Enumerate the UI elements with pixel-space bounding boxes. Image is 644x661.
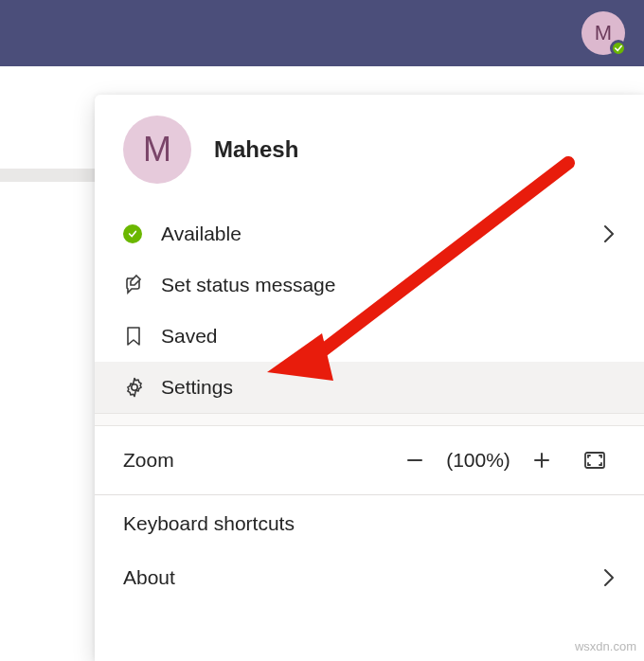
watermark: wsxdn.com — [575, 639, 636, 653]
menu-item-keyboard-shortcuts[interactable]: Keyboard shortcuts — [95, 495, 644, 552]
chevron-right-icon — [602, 223, 616, 245]
settings-label: Settings — [161, 376, 233, 399]
gear-icon — [123, 376, 161, 399]
about-label: About — [123, 566, 175, 589]
avatar-large: M — [123, 116, 191, 184]
fullscreen-icon[interactable] — [574, 439, 616, 481]
set-status-label: Set status message — [161, 274, 335, 296]
profile-avatar-button[interactable]: M — [581, 11, 625, 55]
zoom-out-button[interactable] — [394, 439, 436, 481]
profile-header: M Mahesh — [95, 95, 644, 208]
bookmark-icon — [123, 325, 161, 348]
zoom-row: Zoom (100%) — [95, 426, 644, 494]
status-label: Available — [161, 223, 242, 245]
app-root: M M Mahesh Available — [0, 0, 644, 661]
menu-item-settings[interactable]: Settings — [95, 362, 644, 413]
pencil-note-icon — [123, 274, 161, 296]
avatar-initial: M — [595, 21, 612, 45]
profile-menu: M Mahesh Available Set status mes — [95, 95, 644, 661]
avatar-large-initial: M — [143, 130, 171, 170]
zoom-in-button[interactable] — [521, 439, 563, 481]
zoom-value: (100%) — [436, 449, 521, 472]
presence-badge-icon — [610, 40, 627, 57]
title-bar: M — [0, 0, 644, 66]
background-strip — [0, 169, 95, 182]
shortcuts-label: Keyboard shortcuts — [123, 512, 295, 535]
zoom-label: Zoom — [123, 449, 394, 472]
saved-label: Saved — [161, 325, 218, 348]
available-status-icon — [123, 224, 142, 243]
chevron-right-icon — [602, 566, 616, 589]
profile-name: Mahesh — [214, 136, 298, 163]
menu-item-status[interactable]: Available — [95, 208, 644, 259]
menu-item-saved[interactable]: Saved — [95, 311, 644, 362]
menu-separator — [95, 413, 644, 426]
svg-point-0 — [132, 384, 137, 390]
menu-item-about[interactable]: About — [95, 552, 644, 603]
menu-item-set-status[interactable]: Set status message — [95, 259, 644, 311]
